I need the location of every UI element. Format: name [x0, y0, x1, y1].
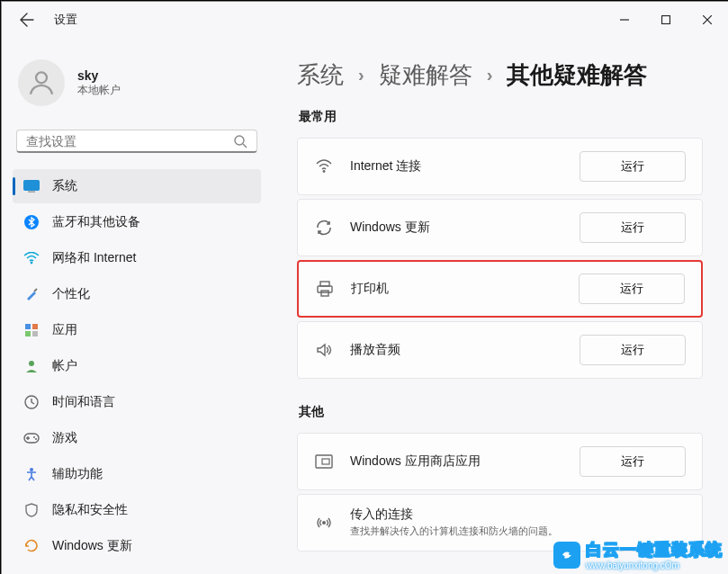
back-button[interactable]: [16, 9, 38, 31]
run-button[interactable]: 运行: [579, 274, 685, 304]
card-title: Windows 更新: [350, 220, 563, 236]
watermark-url: www.baiyunxitong.cOm: [586, 561, 723, 570]
chevron-right-icon: ›: [487, 65, 493, 85]
sidebar-item-system[interactable]: 系统: [13, 169, 261, 203]
search-input[interactable]: [26, 134, 233, 148]
card-play-audio: 播放音频 运行: [297, 321, 703, 379]
user-block[interactable]: sky 本地帐户: [13, 54, 261, 119]
bluetooth-icon: [23, 214, 40, 230]
frequent-cards: Internet 连接 运行 Windows 更新 运行 打印机 运行 播放音频…: [297, 138, 703, 379]
body: sky 本地帐户 系统 蓝牙和其他设备 网络和 I: [2, 38, 728, 574]
settings-window: 设置 sky 本地帐户: [1, 1, 728, 574]
run-button[interactable]: 运行: [580, 335, 686, 365]
run-button[interactable]: 运行: [580, 212, 686, 243]
svg-rect-9: [25, 331, 31, 336]
svg-point-2: [235, 136, 244, 145]
audio-icon: [314, 340, 334, 360]
wifi-icon: [23, 250, 40, 266]
sidebar-item-label: Windows 更新: [52, 538, 132, 554]
titlebar-left: 设置: [16, 9, 77, 31]
brush-icon: [23, 286, 40, 302]
minimize-button[interactable]: [604, 2, 645, 38]
sidebar-item-label: 个性化: [52, 286, 90, 302]
sidebar-item-windows-update[interactable]: Windows 更新: [13, 529, 261, 563]
system-icon: [23, 178, 40, 194]
breadcrumb: 系统 › 疑难解答 › 其他疑难解答: [297, 59, 703, 91]
time-icon: [23, 394, 40, 410]
window-controls: [604, 2, 728, 38]
shield-icon: [23, 502, 40, 518]
card-title: Windows 应用商店应用: [350, 453, 563, 470]
breadcrumb-system[interactable]: 系统: [297, 59, 344, 91]
sidebar-item-network[interactable]: 网络和 Internet: [13, 241, 261, 275]
store-icon: [314, 452, 334, 471]
watermark: 白云一键重装系统 www.baiyunxitong.cOm: [553, 539, 723, 570]
close-icon: [703, 15, 712, 24]
sidebar-item-label: 辅助功能: [52, 466, 103, 482]
svg-point-23: [322, 521, 326, 525]
watermark-text: 白云一键重装系统: [586, 539, 723, 561]
maximize-button[interactable]: [645, 2, 687, 38]
svg-point-15: [35, 438, 37, 440]
search-icon: [233, 134, 247, 148]
wifi-icon: [314, 157, 334, 176]
breadcrumb-current: 其他疑难解答: [507, 59, 647, 91]
update-icon: [23, 538, 40, 554]
svg-rect-8: [32, 324, 38, 329]
nav: 系统 蓝牙和其他设备 网络和 Internet 个性化 应用: [13, 169, 261, 563]
user-account-type: 本地帐户: [77, 83, 121, 98]
main-content: 系统 › 疑难解答 › 其他疑难解答 最常用 Internet 连接 运行 Wi…: [272, 38, 728, 574]
card-store-apps: Windows 应用商店应用 运行: [297, 433, 703, 490]
maximize-icon: [661, 15, 670, 24]
person-icon: [26, 67, 57, 98]
svg-rect-3: [24, 181, 40, 191]
user-name: sky: [77, 68, 121, 83]
sidebar-item-time-language[interactable]: 时间和语言: [13, 385, 261, 419]
watermark-text-block: 白云一键重装系统 www.baiyunxitong.cOm: [586, 539, 723, 570]
titlebar: 设置: [2, 2, 728, 38]
sidebar-item-label: 应用: [52, 322, 77, 338]
sidebar-item-label: 网络和 Internet: [52, 250, 136, 266]
card-subtitle: 查找并解决传入的计算机连接和防火墙的问题。: [350, 525, 563, 538]
svg-point-17: [323, 170, 326, 173]
svg-rect-20: [321, 291, 328, 296]
run-button[interactable]: 运行: [580, 151, 686, 182]
watermark-logo-icon: [553, 542, 580, 569]
svg-point-6: [31, 262, 33, 265]
svg-point-11: [29, 361, 34, 366]
minimize-icon: [620, 15, 629, 24]
account-icon: [23, 358, 40, 374]
avatar: [18, 59, 65, 106]
svg-rect-18: [320, 282, 329, 286]
svg-rect-22: [322, 459, 329, 464]
sidebar-item-label: 时间和语言: [52, 394, 115, 410]
close-button[interactable]: [687, 2, 728, 38]
sidebar-item-label: 帐户: [52, 358, 77, 374]
section-title-frequent: 最常用: [299, 109, 703, 125]
sidebar-item-label: 蓝牙和其他设备: [52, 214, 140, 230]
sidebar-item-personalization[interactable]: 个性化: [13, 277, 261, 311]
svg-point-16: [30, 468, 33, 471]
run-button[interactable]: 运行: [580, 446, 686, 477]
sidebar-item-accounts[interactable]: 帐户: [13, 349, 261, 383]
search-box[interactable]: [16, 130, 257, 153]
game-icon: [23, 430, 40, 446]
sidebar-item-privacy[interactable]: 隐私和安全性: [13, 493, 261, 527]
sidebar-item-apps[interactable]: 应用: [13, 313, 261, 347]
svg-rect-7: [25, 324, 31, 329]
card-title: 传入的连接: [350, 507, 563, 523]
printer-icon: [315, 279, 335, 299]
sidebar: sky 本地帐户 系统 蓝牙和其他设备 网络和 I: [2, 38, 272, 574]
sidebar-item-gaming[interactable]: 游戏: [13, 421, 261, 455]
accessibility-icon: [23, 466, 40, 482]
sync-icon: [314, 218, 334, 238]
sidebar-item-accessibility[interactable]: 辅助功能: [13, 457, 261, 491]
app-title: 设置: [54, 12, 77, 28]
other-cards: Windows 应用商店应用 运行 传入的连接 查找并解决传入的计算机连接和防火…: [297, 433, 703, 552]
svg-rect-0: [662, 16, 670, 24]
sidebar-item-label: 系统: [52, 178, 77, 194]
breadcrumb-troubleshoot[interactable]: 疑难解答: [379, 59, 472, 91]
sidebar-item-bluetooth[interactable]: 蓝牙和其他设备: [13, 205, 261, 239]
card-windows-update: Windows 更新 运行: [297, 199, 703, 256]
svg-point-14: [33, 436, 35, 438]
